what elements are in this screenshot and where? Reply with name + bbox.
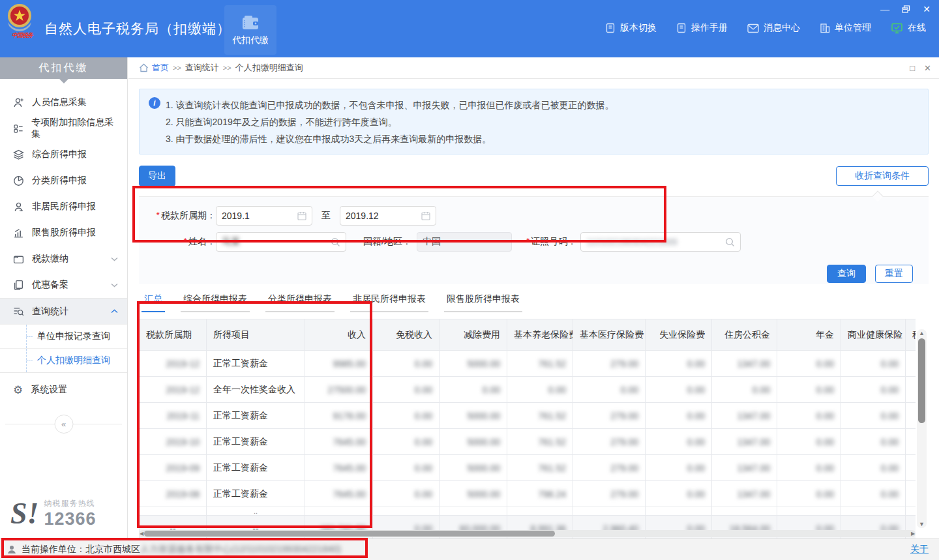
- table-cell: 0.00: [841, 351, 906, 377]
- collapse-query-button[interactable]: 收折查询条件: [836, 166, 929, 186]
- horizontal-scrollbar[interactable]: ◀ ▶: [139, 530, 916, 537]
- table-cell: 0.00: [373, 429, 440, 455]
- id-number-input[interactable]: 110102199304221899: [580, 232, 741, 252]
- id-label: *证照号码：: [526, 236, 576, 248]
- table-cell: [507, 507, 573, 516]
- tax-bureau-logo: 中国税务: [4, 3, 40, 40]
- table-cell: 全年一次性奖金收入: [207, 377, 305, 403]
- sidebar-item-tax-payment[interactable]: 税款缴纳: [0, 246, 127, 272]
- sidebar-item-special-deduction[interactable]: 专项附加扣除信息采集: [0, 115, 127, 141]
- sidebar-item-restricted-shares[interactable]: 限售股所得申报: [0, 220, 127, 246]
- export-button[interactable]: 导出: [139, 166, 175, 186]
- table-header-row: 税款所属期 所得项目 收入 免税收入 减除费用 基本养老保险费 基本医疗保险费 …: [140, 319, 916, 351]
- restore-button[interactable]: [899, 3, 913, 16]
- table-cell: 0.00: [777, 351, 841, 377]
- table-cell: 0.00: [373, 455, 440, 481]
- gear-icon: ⚙: [13, 385, 23, 396]
- sidebar: 代扣代缴 人员信息采集 专项附加扣除信息采集: [0, 57, 128, 538]
- tab-classified[interactable]: 分类所得申报表: [265, 293, 335, 312]
- menu-version-switch[interactable]: 版本切换: [605, 22, 657, 34]
- reset-button[interactable]: 重置: [875, 265, 913, 283]
- to-label: 至: [321, 210, 331, 222]
- sidebar-item-classified-income[interactable]: 分类所得申报: [0, 168, 127, 194]
- calendar-icon[interactable]: [421, 211, 430, 220]
- module-tab-daikou[interactable]: 代扣代缴: [224, 5, 276, 55]
- menu-online-status[interactable]: 在线: [891, 22, 926, 34]
- table-cell: 279.00: [573, 455, 646, 481]
- info-icon: i: [149, 97, 160, 109]
- menu-label: 在线: [908, 22, 926, 34]
- sidebar-subitem-label: 单位申报记录查询: [37, 331, 110, 342]
- table-cell: 7645.00: [305, 429, 373, 455]
- search-button[interactable]: 查询: [827, 265, 866, 283]
- tab-restricted-shares[interactable]: 限售股所得申报表: [444, 293, 522, 312]
- table-cell: [841, 507, 906, 516]
- chevron-down-icon: [111, 283, 118, 287]
- content: i 1. 该查询统计表仅能查询已申报成功的数据，不包含未申报、申报失败，已申报但…: [128, 79, 939, 538]
- breadcrumb-home[interactable]: 首页: [152, 62, 169, 74]
- notice-box: i 1. 该查询统计表仅能查询已申报成功的数据，不包含未申报、申报失败，已申报但…: [139, 89, 929, 155]
- table-cell: 2019-12: [140, 351, 207, 377]
- sidebar-item-preferential-filing[interactable]: 优惠备案: [0, 272, 127, 298]
- current-unit-visible: 北京市西城区: [85, 544, 140, 554]
- sidebar-collapse-button[interactable]: «: [54, 415, 73, 434]
- column-header: 基本养老保险费: [507, 319, 573, 351]
- menu-message-center[interactable]: 消息中心: [747, 22, 800, 34]
- period-from-input[interactable]: 2019.1: [216, 206, 312, 226]
- table-cell: 1347.00: [712, 351, 777, 377]
- name-input[interactable]: 马某: [216, 232, 346, 252]
- period-to-value: 2019.12: [346, 211, 379, 221]
- sidebar-subitem-personal-withholding-query[interactable]: 个人扣缴明细查询: [0, 348, 127, 372]
- table-cell: [906, 507, 916, 516]
- period-to-input[interactable]: 2019.12: [340, 206, 436, 226]
- search-icon[interactable]: [331, 237, 340, 247]
- table-cell: 0.00: [646, 429, 712, 455]
- scroll-up-arrow[interactable]: ▲: [917, 329, 927, 337]
- scroll-right-arrow[interactable]: ▶: [909, 530, 917, 537]
- hotline-mark: S!: [10, 500, 38, 527]
- table-cell: 正常工资薪金: [207, 403, 305, 429]
- sidebar-item-query-statistics[interactable]: 查询统计: [0, 298, 127, 324]
- menu-unit-management[interactable]: 单位管理: [820, 22, 871, 34]
- menu-manual[interactable]: 操作手册: [676, 22, 728, 34]
- sidebar-subitem-unit-declaration-query[interactable]: 单位申报记录查询: [0, 324, 127, 348]
- sidebar-item-label: 限售股所得申报: [32, 227, 96, 239]
- table-cell: [906, 403, 916, 429]
- horizontal-scroll-thumb[interactable]: [144, 531, 555, 537]
- sidebar-item-personnel-info[interactable]: 人员信息采集: [0, 89, 127, 115]
- current-unit-text: 当前操作单位：北京市西城区人力资源服务有限中心(12/1101021993042…: [22, 544, 341, 555]
- summary-table: 税款所属期 所得项目 收入 免税收入 减除费用 基本养老保险费 基本医疗保险费 …: [139, 319, 916, 538]
- id-number-value: 110102199304221899: [586, 237, 677, 247]
- table-cell: [906, 455, 916, 481]
- sidebar-item-system-settings[interactable]: ⚙ 系统设置: [0, 377, 127, 403]
- notice-line-1: 1. 该查询统计表仅能查询已申报成功的数据，不包含未申报、申报失败，已申报但已作…: [166, 96, 614, 113]
- vertical-scroll-thumb[interactable]: [918, 338, 925, 423]
- minimize-button[interactable]: —: [878, 3, 892, 16]
- period-label: *税款所属期：: [139, 210, 216, 222]
- titlebar: 中国税务 自然人电子税务局（扣缴端） 代扣代缴 版本切换: [0, 0, 939, 57]
- tab-comprehensive[interactable]: 综合所得申报表: [181, 293, 250, 312]
- table-cell: 0.00: [841, 377, 906, 403]
- breadcrumb-query-statistics[interactable]: 查询统计: [185, 62, 219, 74]
- table-cell: 7645.00: [305, 481, 373, 507]
- scroll-down-arrow[interactable]: ▼: [917, 520, 927, 528]
- search-icon[interactable]: [725, 237, 735, 247]
- vertical-scrollbar[interactable]: ▲ ▼: [917, 329, 927, 528]
- tab-summary[interactable]: 汇总: [142, 293, 165, 312]
- sidebar-item-comprehensive-income[interactable]: 综合所得申报: [0, 141, 127, 168]
- content-maximize-button[interactable]: □: [910, 63, 915, 73]
- close-button[interactable]: ✕: [919, 3, 934, 16]
- breadcrumb-separator: >>: [173, 64, 181, 72]
- notice-line-3: 3. 由于数据处理的滞后性，建议您在申报成功3天之后再来查询最新的申报数据。: [166, 130, 614, 147]
- about-link[interactable]: 关于: [910, 544, 929, 555]
- table-cell: 2019-08: [140, 481, 207, 507]
- tab-nonresident[interactable]: 非居民所得申报表: [350, 293, 428, 312]
- content-close-button[interactable]: ✕: [924, 63, 931, 73]
- table-cell: 1347.00: [712, 481, 777, 507]
- sidebar-item-nonresident-income[interactable]: 非居民所得申报: [0, 194, 127, 220]
- table-cell: 1347.00: [712, 429, 777, 455]
- filter-row-period: *税款所属期： 2019.1 至 2019.12: [139, 206, 929, 226]
- calendar-icon[interactable]: [297, 211, 306, 220]
- table-cell: 279.00: [573, 429, 646, 455]
- home-icon: [139, 63, 149, 72]
